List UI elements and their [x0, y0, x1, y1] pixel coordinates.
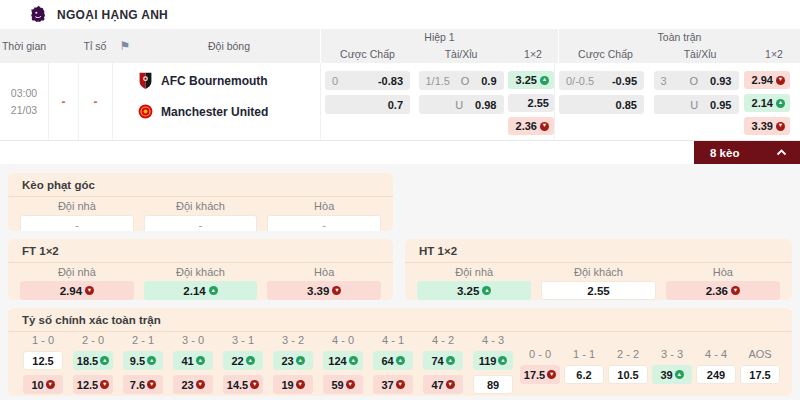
score-odds-cell[interactable]: 41▲ [173, 351, 213, 370]
1x2-away-odds-cell[interactable]: 2.14▲ [744, 94, 790, 112]
score-odds-cell[interactable]: 12.5▼ [73, 375, 113, 394]
score-column: 2 - 19.5▲7.6▼ [118, 334, 168, 394]
ht-away-odds[interactable]: 2.55 [541, 281, 655, 300]
group-label-half1: Hiệp 1 [321, 29, 558, 45]
col-group-half1: Hiệp 1 Cược Chấp Tài/Xỉu 1×2 [320, 29, 558, 63]
score-column: 1 - 012.510▼ [18, 334, 68, 394]
score-odds-cell[interactable]: 47▼ [423, 375, 463, 394]
col-header-overunder-ft: Tài/Xỉu [652, 45, 748, 63]
score-odds-cell[interactable]: 119▲ [473, 351, 513, 370]
handicap-odds-cell[interactable]: 0.85 [559, 95, 644, 114]
score-odds-cell[interactable]: 124▲ [323, 351, 363, 370]
1x2-draw-odds-cell[interactable]: 2.36▼ [508, 117, 554, 135]
score-label: 2 - 0 [82, 334, 104, 347]
score-label: 2 - 2 [617, 348, 639, 361]
score-column: 4 - 274▲47▼ [418, 334, 468, 394]
match-time-cell: 03:00 21/03 [0, 63, 48, 140]
total-line: 3 [661, 75, 690, 87]
score-odds-cell[interactable]: 17.5▼ [520, 365, 560, 384]
trend-up-icon: ▲ [776, 99, 785, 108]
score-odds-cell[interactable]: 23▲ [273, 351, 313, 370]
odds-value: 17.5 [749, 369, 770, 381]
keo-count-toggle[interactable]: 8 kèo [694, 141, 800, 164]
teams-cell: AFC Bournemouth Manchester United [138, 63, 320, 140]
score-odds-cell[interactable]: 10▼ [23, 375, 63, 394]
odds-value: 64 [381, 355, 393, 367]
odds-value: 7.6 [130, 379, 145, 391]
score-odds-cell[interactable]: 89 [473, 375, 513, 394]
score-odds-cell[interactable]: 23▼ [173, 375, 213, 394]
score-label: 1 - 0 [32, 334, 54, 347]
score-odds-cell[interactable]: 10.5 [608, 365, 648, 384]
ft-draw-odds[interactable]: 3.39▼ [267, 281, 381, 300]
odds-value: 47 [431, 379, 443, 391]
score-odds-cell[interactable]: 39▲ [652, 365, 692, 384]
score-odds-cell[interactable]: 22▲ [223, 351, 263, 370]
score-odds-cell[interactable]: 19▼ [273, 375, 313, 394]
odds-value: 23 [281, 355, 293, 367]
1x2-home-odds-cell[interactable]: 3.25▲ [508, 71, 554, 89]
score-label: 1 - 1 [573, 348, 595, 361]
score-odds-cell[interactable]: 37▼ [373, 375, 413, 394]
score-odds-cell[interactable]: 7.6▼ [123, 375, 163, 394]
match-score: - [94, 95, 98, 109]
market-header-home: Đội nhà [58, 265, 96, 279]
market-header-home: Đội nhà [58, 199, 96, 213]
col-header-status [48, 29, 78, 63]
odds-value: 0.93 [710, 75, 731, 87]
extra-markets: Kèo phạt góc Đội nhà - Đội khách - Hòa -… [0, 164, 800, 396]
trend-down-icon: ▼ [776, 122, 785, 131]
over-label: O [461, 75, 470, 87]
handicap-odds-cell[interactable]: 0/-0.5 -0.95 [559, 71, 644, 90]
overunder-odds-cell[interactable]: 1/1.5 O 0.9 [419, 71, 504, 90]
score-odds-cell[interactable]: 6.2 [564, 365, 604, 384]
overunder-odds-cell[interactable]: 3 O 0.93 [654, 71, 739, 90]
score-label: 0 - 0 [529, 348, 551, 361]
score-odds-cell[interactable]: 18.5▲ [73, 351, 113, 370]
score-label: 3 - 1 [232, 334, 254, 347]
score-column: 4 - 164▲37▼ [368, 334, 418, 394]
score-odds-cell[interactable]: 64▲ [373, 351, 413, 370]
odds-table-card: NGOẠI HẠNG ANH Thời gian Tỉ số ⚑ Đội bón… [0, 0, 800, 164]
overunder-odds-cell[interactable]: U 0.95 [654, 95, 739, 114]
score-odds-cell[interactable]: 74▲ [423, 351, 463, 370]
ht-home-odds[interactable]: 3.25▲ [417, 281, 531, 300]
home-team-row[interactable]: AFC Bournemouth [138, 71, 320, 90]
col-header-handicap-ft: Cược Chấp [559, 45, 652, 63]
odds-value: 0.7 [388, 99, 403, 111]
ft-home-odds[interactable]: 2.94▼ [20, 281, 134, 300]
trend-down-icon: ▼ [396, 380, 405, 389]
1x2-draw-odds-cell[interactable]: 3.39▼ [744, 117, 790, 135]
trend-up-icon: ▲ [498, 356, 507, 365]
ht-draw-odds[interactable]: 2.36▼ [666, 281, 780, 300]
trend-down-icon: ▼ [250, 380, 259, 389]
section-correct-score: Tỷ số chính xác toàn trận 1 - 012.510▼2 … [8, 308, 792, 396]
score-odds-cell[interactable]: 17.5 [740, 365, 780, 384]
score-odds-cell[interactable]: 59▼ [323, 375, 363, 394]
corner-home-odds[interactable]: - [20, 215, 134, 231]
1x2-home-odds-cell[interactable]: 2.94▼ [744, 71, 790, 89]
score-label: 4 - 4 [705, 348, 727, 361]
score-label: AOS [748, 348, 771, 361]
overunder-odds-cell[interactable]: U 0.98 [419, 95, 504, 114]
score-odds-cell[interactable]: 12.5 [23, 351, 63, 370]
col-header-1x2-ft: 1×2 [748, 45, 800, 63]
market-header-home: Đội nhà [455, 265, 493, 279]
score-odds-cell[interactable]: 9.5▲ [123, 351, 163, 370]
win-scores-group: 1 - 012.510▼2 - 018.5▲12.5▼2 - 19.5▲7.6▼… [18, 334, 518, 394]
1x2-away-odds-cell[interactable]: 2.55 [508, 94, 554, 112]
ft-away-odds[interactable]: 2.14▲ [144, 281, 258, 300]
odds-value: 2.36 [516, 120, 537, 132]
score-odds-cell[interactable]: 249 [696, 365, 736, 384]
score-odds-cell[interactable]: 14.5▼ [223, 375, 263, 394]
odds-value: 2.55 [587, 285, 609, 297]
handicap-odds-cell[interactable]: 0.7 [325, 95, 410, 114]
score-label: 2 - 1 [132, 334, 154, 347]
away-team-row[interactable]: Manchester United [138, 102, 320, 121]
handicap-odds-cell[interactable]: 0 -0.83 [325, 71, 410, 90]
score-label: 4 - 0 [332, 334, 354, 347]
corner-draw-odds[interactable]: - [267, 215, 381, 231]
corner-away-odds[interactable]: - [144, 215, 258, 231]
match-row: 03:00 21/03 - - AFC Bournemouth [0, 63, 800, 141]
market-header-draw: Hòa [713, 265, 733, 279]
